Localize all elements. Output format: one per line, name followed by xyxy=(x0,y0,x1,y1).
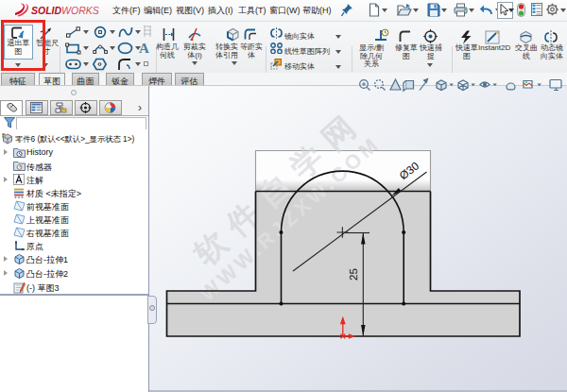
svg-text:25: 25 xyxy=(347,268,360,281)
